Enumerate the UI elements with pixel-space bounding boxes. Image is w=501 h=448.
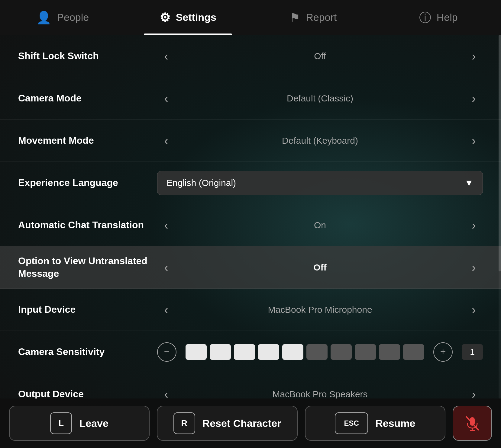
slider-seg-4	[258, 344, 279, 360]
main-container: 👤 People ⚙ Settings ⚑ Report ⓘ Help Shif…	[0, 0, 501, 448]
setting-row-output-device: Output Device ‹ MacBook Pro Speakers ›	[0, 373, 501, 398]
report-icon: ⚑	[289, 11, 300, 24]
camera-mode-control: ‹ Default (Classic) ›	[157, 92, 483, 104]
input-device-prev[interactable]: ‹	[157, 304, 175, 316]
movement-mode-label: Movement Mode	[18, 134, 157, 147]
input-device-control: ‹ MacBook Pro Microphone ›	[157, 304, 483, 316]
tab-help-label: Help	[437, 11, 458, 23]
tab-help[interactable]: ⓘ Help	[376, 0, 501, 35]
untranslated-message-prev[interactable]: ‹	[157, 261, 175, 274]
experience-language-dropdown[interactable]: English (Original) ▼	[157, 171, 483, 195]
action-bar: L Leave R Reset Character ESC Resume	[0, 398, 501, 448]
experience-language-label: Experience Language	[18, 177, 157, 189]
movement-mode-value: Default (Keyboard)	[184, 136, 456, 146]
reset-character-button[interactable]: R Reset Character	[157, 406, 297, 441]
setting-row-camera-mode: Camera Mode ‹ Default (Classic) ›	[0, 77, 501, 120]
output-device-prev[interactable]: ‹	[157, 388, 175, 399]
camera-sensitivity-slider[interactable]	[186, 344, 424, 360]
resume-label: Resume	[375, 418, 415, 429]
slider-seg-3	[234, 344, 255, 360]
camera-mode-next[interactable]: ›	[465, 92, 483, 104]
automatic-chat-translation-control: ‹ On ›	[157, 219, 483, 231]
setting-row-experience-language: Experience Language English (Original) ▼	[0, 162, 501, 204]
movement-mode-control: ‹ Default (Keyboard) ›	[157, 135, 483, 147]
automatic-chat-translation-value: On	[184, 220, 456, 230]
automatic-chat-translation-label: Automatic Chat Translation	[18, 219, 157, 232]
tab-settings[interactable]: ⚙ Settings	[125, 0, 251, 35]
mic-mute-button[interactable]	[453, 406, 492, 441]
experience-language-value: English (Original)	[166, 178, 236, 188]
help-icon: ⓘ	[419, 11, 431, 24]
camera-sensitivity-increase[interactable]: +	[433, 342, 453, 362]
setting-row-movement-mode: Movement Mode ‹ Default (Keyboard) ›	[0, 120, 501, 162]
input-device-label: Input Device	[18, 303, 157, 316]
input-device-next[interactable]: ›	[465, 304, 483, 316]
automatic-chat-translation-prev[interactable]: ‹	[157, 219, 175, 231]
resume-key-badge: ESC	[335, 412, 368, 434]
input-device-value: MacBook Pro Microphone	[184, 305, 456, 315]
camera-sensitivity-label: Camera Sensitivity	[18, 346, 157, 358]
shift-lock-switch-next[interactable]: ›	[465, 50, 483, 62]
output-device-value: MacBook Pro Speakers	[184, 389, 456, 399]
slider-seg-5	[282, 344, 303, 360]
shift-lock-switch-control: ‹ Off ›	[157, 50, 483, 62]
slider-seg-6	[306, 344, 328, 360]
untranslated-message-next[interactable]: ›	[465, 261, 483, 274]
dropdown-arrow-icon: ▼	[464, 178, 474, 188]
mic-muted-icon	[463, 414, 481, 432]
leave-label: Leave	[79, 418, 108, 429]
settings-scroll-area[interactable]: Shift Lock Switch ‹ Off › Camera Mode ‹ …	[0, 35, 501, 398]
resume-button[interactable]: ESC Resume	[305, 406, 445, 441]
tab-report-label: Report	[306, 11, 337, 23]
camera-sensitivity-decrease[interactable]: −	[157, 342, 176, 362]
untranslated-message-control: ‹ Off ›	[157, 261, 483, 274]
output-device-next[interactable]: ›	[465, 388, 483, 399]
output-device-control: ‹ MacBook Pro Speakers ›	[157, 388, 483, 399]
experience-language-control: English (Original) ▼	[157, 171, 483, 195]
setting-row-untranslated-message: Option to View Untranslated Message ‹ Of…	[0, 246, 501, 289]
movement-mode-prev[interactable]: ‹	[157, 135, 175, 147]
setting-row-input-device: Input Device ‹ MacBook Pro Microphone ›	[0, 289, 501, 331]
shift-lock-switch-value: Off	[184, 51, 456, 61]
slider-seg-7	[331, 344, 352, 360]
camera-mode-label: Camera Mode	[18, 92, 157, 105]
shift-lock-switch-label: Shift Lock Switch	[18, 50, 157, 62]
scrollbar-thumb	[499, 35, 501, 271]
tab-report[interactable]: ⚑ Report	[250, 0, 376, 35]
slider-seg-8	[355, 344, 376, 360]
reset-character-label: Reset Character	[202, 418, 281, 429]
camera-mode-value: Default (Classic)	[184, 93, 456, 104]
settings-list: Shift Lock Switch ‹ Off › Camera Mode ‹ …	[0, 35, 501, 398]
camera-sensitivity-control: − + 1	[157, 342, 483, 362]
setting-row-camera-sensitivity: Camera Sensitivity −	[0, 331, 501, 373]
setting-row-automatic-chat-translation: Automatic Chat Translation ‹ On ›	[0, 204, 501, 246]
tab-settings-label: Settings	[176, 11, 216, 23]
untranslated-message-label: Option to View Untranslated Message	[18, 255, 157, 280]
scrollbar[interactable]	[499, 35, 501, 398]
people-icon: 👤	[36, 11, 51, 24]
shift-lock-switch-prev[interactable]: ‹	[157, 50, 175, 62]
camera-sensitivity-value: 1	[462, 344, 483, 360]
slider-seg-2	[210, 344, 231, 360]
camera-mode-prev[interactable]: ‹	[157, 92, 175, 104]
reset-key-badge: R	[173, 412, 195, 434]
slider-seg-9	[379, 344, 400, 360]
automatic-chat-translation-next[interactable]: ›	[465, 219, 483, 231]
leave-key-badge: L	[50, 412, 72, 434]
tab-people[interactable]: 👤 People	[0, 0, 125, 35]
settings-icon: ⚙	[160, 11, 170, 24]
setting-row-shift-lock-switch: Shift Lock Switch ‹ Off ›	[0, 35, 501, 77]
slider-seg-10	[403, 344, 424, 360]
output-device-label: Output Device	[18, 388, 157, 398]
leave-button[interactable]: L Leave	[9, 406, 150, 441]
movement-mode-next[interactable]: ›	[465, 135, 483, 147]
slider-seg-1	[186, 344, 207, 360]
untranslated-message-value: Off	[184, 262, 456, 273]
tab-bar: 👤 People ⚙ Settings ⚑ Report ⓘ Help	[0, 0, 501, 35]
tab-people-label: People	[57, 11, 89, 23]
